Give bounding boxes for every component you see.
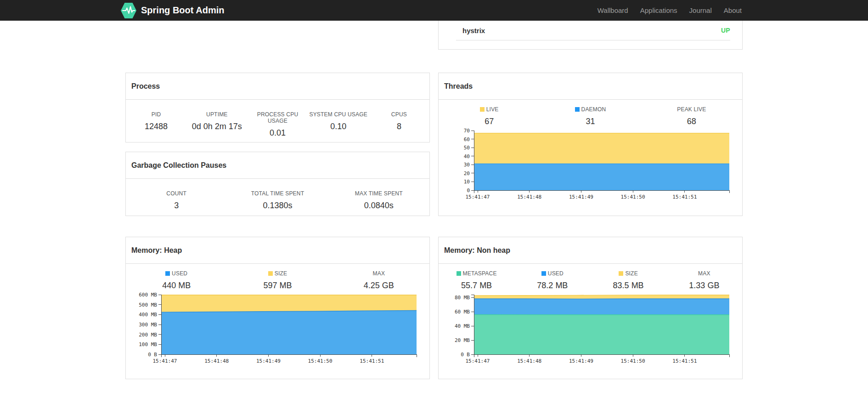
y-tick-label: 20 bbox=[464, 171, 470, 177]
main-content: hystrix UP Process PID12488UPTIME0d 0h 2… bbox=[125, 21, 743, 379]
stat-size: SIZE83.5 MB bbox=[591, 270, 666, 290]
y-tick-label: 600 MB bbox=[139, 292, 157, 298]
memory-section: Memory: Heap USED440 MBSIZE597 MBMAX4.25… bbox=[125, 237, 743, 379]
legend-swatch-icon bbox=[165, 271, 170, 276]
stat-total-time-spent: TOTAL TIME SPENT0.1380s bbox=[227, 190, 328, 211]
threads-card-title: Threads bbox=[439, 73, 742, 100]
application-name: hystrix bbox=[456, 27, 485, 34]
y-tick-label: 0 B bbox=[148, 352, 157, 358]
stat-label: SYSTEM CPU USAGE bbox=[308, 111, 369, 118]
x-tick-label: 15:41:50 bbox=[621, 194, 645, 200]
stat-uptime: UPTIME0d 0h 2m 17s bbox=[186, 111, 247, 138]
area-used bbox=[161, 311, 417, 355]
stat-label: MAX bbox=[666, 270, 742, 277]
app-logo-icon bbox=[120, 2, 137, 19]
x-tick-label: 15:41:51 bbox=[672, 194, 697, 200]
area-daemon bbox=[474, 164, 729, 190]
heap-chart: 0 B100 MB200 MB300 MB400 MB500 MB600 MB1… bbox=[126, 292, 428, 367]
legend-swatch-icon bbox=[575, 107, 580, 112]
y-tick-label: 200 MB bbox=[139, 332, 157, 338]
stat-label: DAEMON bbox=[540, 106, 641, 113]
page: Spring Boot Admin WallboardApplicationsJ… bbox=[0, 0, 868, 410]
y-tick-label: 40 MB bbox=[455, 323, 470, 329]
legend-swatch-icon bbox=[480, 107, 485, 112]
x-tick-label: 15:41:51 bbox=[360, 358, 384, 364]
stat-max: MAX1.33 GB bbox=[666, 270, 742, 290]
process-card-title: Process bbox=[126, 73, 429, 100]
nonheap-card-title: Memory: Non heap bbox=[439, 237, 742, 264]
stat-value: 597 MB bbox=[227, 281, 328, 290]
stat-value: 55.7 MB bbox=[439, 281, 514, 290]
stat-peak-live: PEAK LIVE68 bbox=[641, 106, 742, 126]
stat-value: 0.01 bbox=[247, 128, 308, 138]
stat-value: 440 MB bbox=[126, 281, 227, 290]
application-status-card: hystrix UP bbox=[438, 21, 743, 50]
stat-value: 4.25 GB bbox=[328, 281, 429, 290]
x-tick-label: 15:41:47 bbox=[466, 194, 490, 200]
stat-label: TOTAL TIME SPENT bbox=[227, 190, 328, 197]
legend-swatch-icon bbox=[268, 271, 273, 276]
nav-item-applications[interactable]: Applications bbox=[634, 0, 683, 21]
legend-swatch-icon bbox=[619, 271, 623, 276]
legend-swatch-icon bbox=[541, 271, 546, 276]
y-tick-label: 20 MB bbox=[455, 337, 470, 343]
y-tick-label: 0 B bbox=[461, 352, 470, 358]
stat-used: USED440 MB bbox=[126, 270, 227, 290]
stat-process-cpu-usage: PROCESS CPU USAGE0.01 bbox=[247, 111, 308, 138]
stat-metaspace: METASPACE55.7 MB bbox=[439, 270, 514, 290]
memory-heap-card: Memory: Heap USED440 MBSIZE597 MBMAX4.25… bbox=[125, 237, 430, 379]
stat-label: UPTIME bbox=[186, 111, 247, 118]
y-tick-label: 70 bbox=[464, 128, 470, 134]
threads-chart: 01020304050607015:41:4715:41:4815:41:491… bbox=[439, 128, 741, 203]
x-tick-label: 15:41:48 bbox=[204, 358, 229, 364]
stat-value: 68 bbox=[641, 117, 742, 126]
stat-value: 12488 bbox=[126, 122, 186, 131]
application-row[interactable]: hystrix UP bbox=[456, 21, 730, 40]
middle-section: Process PID12488UPTIME0d 0h 2m 17sPROCES… bbox=[125, 73, 743, 216]
stat-live: LIVE67 bbox=[439, 106, 540, 126]
stat-value: 31 bbox=[540, 117, 641, 126]
brand-title: Spring Boot Admin bbox=[141, 5, 224, 16]
stat-value: 0.1380s bbox=[227, 201, 328, 211]
nav-item-about[interactable]: About bbox=[718, 0, 748, 21]
process-card: Process PID12488UPTIME0d 0h 2m 17sPROCES… bbox=[125, 73, 430, 142]
stat-label: PEAK LIVE bbox=[641, 106, 742, 113]
stat-system-cpu-usage: SYSTEM CPU USAGE0.10 bbox=[308, 111, 369, 138]
process-stats: PID12488UPTIME0d 0h 2m 17sPROCESS CPU US… bbox=[126, 100, 429, 138]
y-tick-label: 60 bbox=[464, 137, 470, 142]
y-tick-label: 10 bbox=[464, 179, 470, 185]
status-row-section: hystrix UP bbox=[125, 21, 743, 50]
y-tick-label: 60 MB bbox=[455, 309, 470, 315]
x-tick-label: 15:41:49 bbox=[569, 358, 593, 364]
stat-value: 3 bbox=[126, 201, 227, 211]
stat-label: COUNT bbox=[126, 190, 227, 197]
x-tick-label: 15:41:48 bbox=[517, 358, 541, 364]
stat-count: COUNT3 bbox=[126, 190, 227, 211]
stat-value: 1.33 GB bbox=[666, 281, 742, 290]
stat-label: MAX bbox=[328, 270, 429, 277]
y-tick-label: 30 bbox=[464, 162, 470, 168]
stat-max-time-spent: MAX TIME SPENT0.0840s bbox=[328, 190, 429, 211]
x-tick-label: 15:41:50 bbox=[308, 358, 333, 364]
y-tick-label: 80 MB bbox=[455, 295, 470, 301]
nav-links: WallboardApplicationsJournalAbout bbox=[592, 0, 748, 21]
brand[interactable]: Spring Boot Admin bbox=[120, 2, 224, 19]
navbar: Spring Boot Admin WallboardApplicationsJ… bbox=[0, 0, 868, 21]
y-tick-label: 500 MB bbox=[139, 302, 157, 308]
nonheap-legend: METASPACE55.7 MBUSED78.2 MBSIZE83.5 MBMA… bbox=[439, 264, 742, 290]
stat-pid: PID12488 bbox=[126, 111, 186, 138]
stat-cpus: CPUS8 bbox=[369, 111, 429, 138]
area-metaspace bbox=[474, 315, 729, 355]
stat-label: USED bbox=[514, 270, 590, 277]
nav-item-wallboard[interactable]: Wallboard bbox=[592, 0, 634, 21]
threads-legend: LIVE67DAEMON31PEAK LIVE68 bbox=[439, 100, 742, 126]
heap-legend: USED440 MBSIZE597 MBMAX4.25 GB bbox=[126, 264, 429, 290]
legend-swatch-icon bbox=[457, 271, 461, 276]
nav-item-journal[interactable]: Journal bbox=[683, 0, 718, 21]
stat-max: MAX4.25 GB bbox=[328, 270, 429, 290]
stat-label: CPUS bbox=[369, 111, 429, 118]
x-tick-label: 15:41:51 bbox=[672, 358, 697, 364]
y-tick-label: 300 MB bbox=[139, 322, 157, 328]
x-tick-label: 15:41:48 bbox=[517, 194, 541, 200]
stat-label: METASPACE bbox=[439, 270, 514, 277]
